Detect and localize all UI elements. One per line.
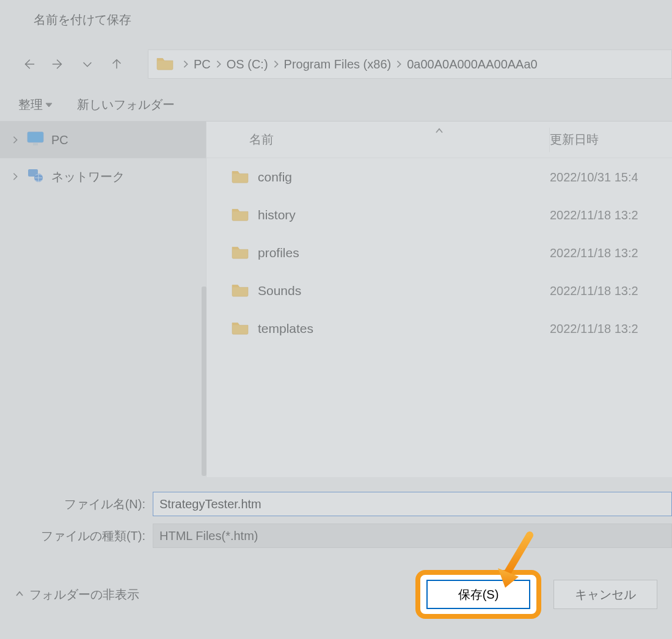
filename-input[interactable] bbox=[153, 492, 672, 516]
file-date: 2022/11/18 13:2 bbox=[550, 208, 672, 222]
back-button[interactable] bbox=[18, 54, 39, 75]
network-icon bbox=[27, 167, 44, 186]
filetype-value: HTML Files(*.htm) bbox=[159, 529, 258, 543]
column-name[interactable]: 名前 bbox=[206, 131, 549, 148]
monitor-icon bbox=[27, 131, 44, 150]
svg-rect-1 bbox=[33, 143, 38, 145]
filetype-label: ファイルの種類(T): bbox=[0, 528, 153, 544]
nav-row: PC OS (C:) Program Files (x86) 0a00A0A00… bbox=[0, 40, 672, 89]
chevron-right-icon[interactable] bbox=[181, 57, 190, 71]
folder-icon bbox=[231, 168, 249, 187]
file-name: history bbox=[258, 208, 296, 222]
organize-menu[interactable]: 整理 bbox=[18, 97, 53, 113]
hide-folders-label: フォルダーの非表示 bbox=[29, 586, 139, 603]
svg-rect-0 bbox=[27, 132, 43, 142]
tree-item-label: PC bbox=[51, 133, 68, 147]
organize-label: 整理 bbox=[18, 97, 43, 113]
tree-item-network[interactable]: ネットワーク bbox=[0, 158, 206, 195]
breadcrumb-segment[interactable]: PC bbox=[194, 57, 211, 71]
file-name: profiles bbox=[258, 246, 299, 260]
toolbar: 整理 新しいフォルダー bbox=[0, 89, 672, 122]
bottom-panel: ファイル名(N): ファイルの種類(T): HTML Files(*.htm) … bbox=[0, 477, 672, 634]
address-bar[interactable]: PC OS (C:) Program Files (x86) 0a00A0A00… bbox=[148, 49, 672, 79]
breadcrumb-segment[interactable]: 0a00A0A000AA00AAa0 bbox=[407, 57, 538, 71]
chevron-right-icon[interactable] bbox=[214, 57, 223, 71]
save-button[interactable]: 保存(S) bbox=[426, 580, 530, 609]
file-name: templates bbox=[258, 321, 313, 336]
folder-icon bbox=[231, 206, 249, 225]
list-item[interactable]: profiles 2022/11/18 13:2 bbox=[206, 234, 672, 272]
tree-item-pc[interactable]: PC bbox=[0, 122, 206, 158]
folder-icon bbox=[231, 320, 249, 338]
column-date[interactable]: 更新日時 bbox=[550, 131, 672, 148]
list-item[interactable]: config 2022/10/31 15:4 bbox=[206, 158, 672, 196]
new-folder-label: 新しいフォルダー bbox=[77, 97, 175, 113]
breadcrumb-segment[interactable]: OS (C:) bbox=[227, 57, 268, 71]
forward-button[interactable] bbox=[48, 54, 68, 75]
filetype-select[interactable]: HTML Files(*.htm) bbox=[153, 524, 672, 548]
folder-icon bbox=[231, 244, 249, 263]
annotation-highlight: 保存(S) bbox=[415, 570, 541, 619]
file-name: Sounds bbox=[258, 283, 301, 298]
hide-folders-toggle[interactable]: フォルダーの非表示 bbox=[15, 586, 403, 603]
chevron-right-icon[interactable] bbox=[11, 170, 20, 184]
list-item[interactable]: history 2022/11/18 13:2 bbox=[206, 196, 672, 234]
caret-down-icon bbox=[45, 98, 53, 112]
file-date: 2022/10/31 15:4 bbox=[550, 170, 672, 184]
list-item[interactable]: templates 2022/11/18 13:2 bbox=[206, 310, 672, 348]
chevron-right-icon[interactable] bbox=[395, 57, 403, 71]
list-header: 名前 更新日時 bbox=[206, 122, 672, 158]
sort-indicator-icon bbox=[435, 123, 444, 137]
recent-dropdown-icon[interactable] bbox=[77, 54, 98, 75]
titlebar: 名前を付けて保存 bbox=[0, 0, 672, 40]
file-date: 2022/11/18 13:2 bbox=[550, 246, 672, 260]
chevron-right-icon[interactable] bbox=[11, 133, 20, 147]
filename-label: ファイル名(N): bbox=[0, 496, 153, 513]
breadcrumb-segment[interactable]: Program Files (x86) bbox=[284, 57, 392, 71]
new-folder-button[interactable]: 新しいフォルダー bbox=[77, 97, 175, 113]
scrollbar[interactable] bbox=[202, 287, 206, 476]
file-date: 2022/11/18 13:2 bbox=[550, 284, 672, 298]
file-name: config bbox=[258, 170, 292, 184]
chevron-right-icon[interactable] bbox=[272, 57, 280, 71]
file-date: 2022/11/18 13:2 bbox=[550, 322, 672, 336]
dialog-title: 名前を付けて保存 bbox=[34, 12, 131, 28]
file-list: 名前 更新日時 config 2022/10/31 15:4 history 2… bbox=[206, 122, 672, 477]
folder-icon bbox=[156, 55, 174, 74]
list-item[interactable]: Sounds 2022/11/18 13:2 bbox=[206, 272, 672, 310]
up-button[interactable] bbox=[106, 54, 127, 75]
cancel-button[interactable]: キャンセル bbox=[553, 580, 657, 609]
nav-tree: PC ネットワーク bbox=[0, 122, 206, 477]
tree-item-label: ネットワーク bbox=[51, 169, 125, 185]
folder-icon bbox=[231, 282, 249, 301]
